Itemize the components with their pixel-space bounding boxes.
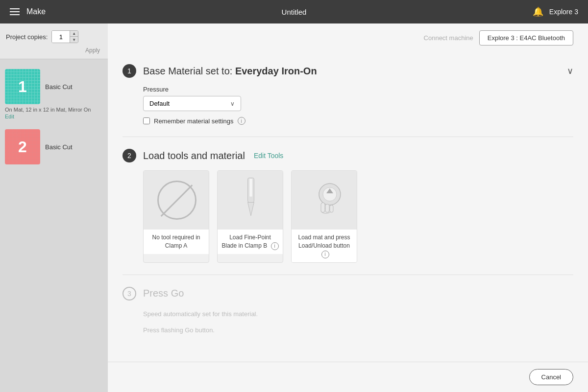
pressure-value: Default	[149, 100, 170, 107]
connect-button[interactable]: Explore 3 : E4AC Bluetooth	[479, 30, 573, 46]
no-tool-label: No tool required in Clamp A	[144, 230, 209, 254]
mat-items: 1 Basic Cut On Mat, 12 in x 12 in Mat, M…	[0, 59, 108, 174]
tool-card-load-mat: Load mat and press Load/Unload button i	[291, 170, 357, 263]
apply-button[interactable]: Apply	[83, 47, 102, 54]
step3-section: 3 Press Go Speed automatically set for t…	[122, 275, 573, 348]
edit-tools-link[interactable]: Edit Tools	[254, 152, 283, 160]
no-tool-circle	[157, 181, 196, 220]
step1-title: Base Material set to: Everyday Iron-On	[143, 66, 317, 77]
notification-icon[interactable]: 🔔	[533, 6, 543, 17]
tool-card-fine-point: Load Fine-Point Blade in Clamp B i	[217, 170, 283, 263]
mat-thumbnail-2: 2	[5, 129, 40, 164]
copies-arrows: ▲ ▼	[70, 31, 78, 43]
mat-desc-1: On Mat, 12 in x 12 in Mat, Mirror On	[5, 106, 91, 114]
make-label[interactable]: Make	[26, 7, 46, 16]
speed-note: Speed automatically set for this materia…	[143, 308, 573, 320]
material-settings: Pressure Default ∨ Remember material set…	[122, 86, 573, 125]
step3-header: 3 Press Go	[122, 287, 573, 300]
fine-point-label: Load Fine-Point Blade in Clamp B i	[218, 230, 283, 254]
cancel-button[interactable]: Cancel	[529, 369, 573, 385]
step1-title-text: Base Material set to:	[143, 66, 232, 76]
fine-point-info-icon[interactable]: i	[271, 242, 279, 250]
step3-number: 3	[122, 287, 136, 300]
mat-edit-1[interactable]: Edit	[5, 114, 14, 119]
connect-label: Connect machine	[424, 34, 473, 42]
chevron-down-icon[interactable]: ∨	[567, 66, 573, 76]
page-title: Untitled	[282, 8, 307, 16]
pressure-label: Pressure	[143, 86, 573, 93]
info-icon[interactable]: i	[238, 117, 245, 125]
header-right: 🔔 Explore 3	[533, 6, 578, 17]
tool-card-no-tool: No tool required in Clamp A	[143, 170, 209, 263]
menu-icon[interactable]	[10, 8, 20, 15]
load-mat-info-icon[interactable]: i	[321, 251, 329, 258]
connect-bar: Connect machine Explore 3 : E4AC Bluetoo…	[108, 23, 588, 52]
step2-header: 2 Load tools and material Edit Tools	[122, 149, 573, 162]
mat-label-2: Basic Cut	[45, 143, 73, 151]
copies-up-button[interactable]: ▲	[70, 31, 78, 37]
svg-rect-7	[321, 203, 325, 212]
copies-label: Project copies:	[6, 33, 48, 41]
step2-number: 2	[122, 149, 136, 162]
step2-title: Load tools and material	[143, 150, 245, 161]
svg-rect-1	[249, 179, 252, 196]
footer: Cancel	[108, 362, 588, 392]
mat-item-2[interactable]: 2 Basic Cut	[0, 124, 108, 169]
copies-down-button[interactable]: ▼	[70, 37, 78, 43]
main-layout: Project copies: ▲ ▼ Apply 1	[0, 23, 588, 392]
mat-number-1: 1	[18, 78, 27, 96]
step2-section: 2 Load tools and material Edit Tools No …	[122, 137, 573, 275]
sidebar: Project copies: ▲ ▼ Apply 1	[0, 23, 108, 392]
header-left: Make	[10, 7, 46, 16]
step3-title: Press Go	[143, 288, 184, 299]
explore-label: Explore 3	[549, 8, 578, 16]
fine-point-text: Load Fine-Point Blade in Clamp B	[221, 234, 270, 249]
pressure-chevron-icon: ∨	[230, 100, 235, 107]
load-mat-svg-icon	[300, 176, 349, 225]
remember-checkbox[interactable]	[143, 117, 150, 124]
svg-rect-8	[325, 204, 329, 212]
copies-input[interactable]	[52, 31, 70, 43]
pressure-select[interactable]: Default ∨	[143, 96, 241, 111]
step1-material: Everyday Iron-On	[235, 66, 317, 76]
load-mat-text: Load mat and press Load/Unload button	[298, 234, 350, 249]
blade-svg-icon	[239, 176, 263, 225]
step1-section: 1 Base Material set to: Everyday Iron-On…	[122, 52, 573, 137]
project-copies-section: Project copies: ▲ ▼ Apply	[0, 23, 108, 59]
load-mat-label: Load mat and press Load/Unload button i	[292, 230, 357, 262]
svg-marker-2	[247, 203, 254, 216]
load-mat-image	[292, 171, 357, 230]
header: Make Untitled 🔔 Explore 3	[0, 0, 588, 23]
tool-cards: No tool required in Clamp A	[122, 170, 573, 263]
mat-item-1[interactable]: 1 Basic Cut On Mat, 12 in x 12 in Mat, M…	[0, 64, 108, 124]
no-tool-line	[161, 184, 193, 217]
remember-row: Remember material settings i	[143, 117, 573, 125]
fine-point-image	[218, 171, 283, 230]
step1-header: 1 Base Material set to: Everyday Iron-On…	[122, 64, 573, 78]
go-note: Press flashing Go button.	[143, 324, 573, 336]
remember-label: Remember material settings	[154, 117, 234, 125]
no-tool-image	[144, 171, 209, 230]
mat-label-1: Basic Cut	[45, 83, 73, 91]
mat-number-2: 2	[18, 138, 27, 156]
copies-input-wrap: ▲ ▼	[51, 30, 78, 43]
press-go-desc: Speed automatically set for this materia…	[122, 308, 573, 336]
svg-rect-9	[330, 205, 333, 212]
mat-thumbnail-1: 1	[5, 69, 40, 104]
step1-number: 1	[122, 64, 136, 78]
main-content: Connect machine Explore 3 : E4AC Bluetoo…	[108, 23, 588, 392]
